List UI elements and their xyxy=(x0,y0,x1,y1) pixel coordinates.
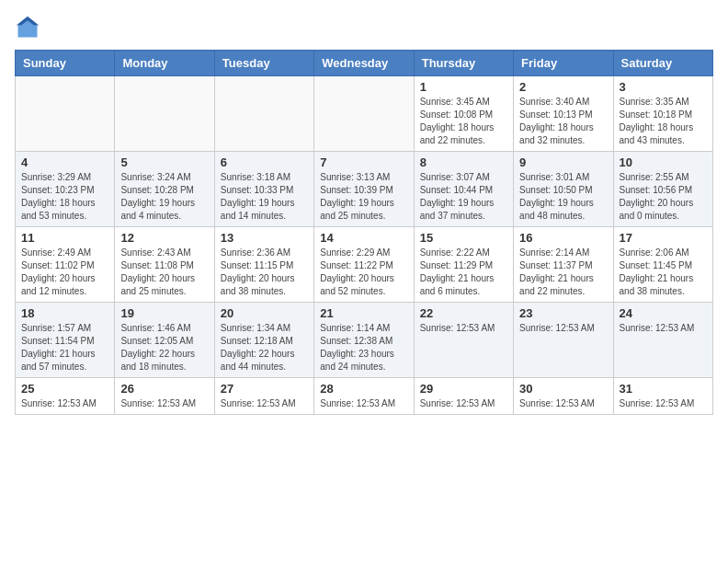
calendar-day-cell: 6Sunrise: 3:18 AM Sunset: 10:33 PM Dayli… xyxy=(214,152,313,227)
calendar-day-cell: 21Sunrise: 1:14 AM Sunset: 12:38 AM Dayl… xyxy=(314,303,414,378)
page-header xyxy=(15,15,713,40)
calendar-day-cell: 27Sunrise: 12:53 AM xyxy=(214,378,313,415)
day-info: Sunrise: 2:14 AM Sunset: 11:37 PM Daylig… xyxy=(519,247,607,298)
calendar-header-row: SundayMondayTuesdayWednesdayThursdayFrid… xyxy=(16,51,713,76)
day-number: 19 xyxy=(120,306,208,320)
day-number: 10 xyxy=(620,155,707,169)
weekday-header-thursday: Thursday xyxy=(414,51,513,76)
day-number: 11 xyxy=(21,231,108,245)
calendar-day-cell xyxy=(214,76,313,152)
calendar-week-row: 11Sunrise: 2:49 AM Sunset: 11:02 PM Dayl… xyxy=(16,227,713,303)
calendar-day-cell: 3Sunrise: 3:35 AM Sunset: 10:18 PM Dayli… xyxy=(613,76,712,152)
day-number: 18 xyxy=(21,306,108,320)
day-info: Sunrise: 12:53 AM xyxy=(21,397,108,410)
day-number: 16 xyxy=(519,231,607,245)
day-number: 14 xyxy=(320,231,407,245)
calendar-day-cell: 25Sunrise: 12:53 AM xyxy=(16,378,115,415)
day-info: Sunrise: 2:43 AM Sunset: 11:08 PM Daylig… xyxy=(120,247,208,298)
calendar-day-cell: 14Sunrise: 2:29 AM Sunset: 11:22 PM Dayl… xyxy=(314,227,414,303)
weekday-header-wednesday: Wednesday xyxy=(314,51,414,76)
calendar-day-cell: 1Sunrise: 3:45 AM Sunset: 10:08 PM Dayli… xyxy=(414,76,513,152)
day-info: Sunrise: 2:55 AM Sunset: 10:56 PM Daylig… xyxy=(620,171,707,223)
weekday-header-tuesday: Tuesday xyxy=(214,51,313,76)
day-number: 22 xyxy=(420,306,507,320)
day-info: Sunrise: 1:34 AM Sunset: 12:18 AM Daylig… xyxy=(221,322,308,373)
svg-marker-0 xyxy=(18,18,38,38)
day-info: Sunrise: 2:49 AM Sunset: 11:02 PM Daylig… xyxy=(21,247,108,298)
day-number: 3 xyxy=(620,80,707,94)
calendar-week-row: 25Sunrise: 12:53 AM26Sunrise: 12:53 AM27… xyxy=(16,378,713,415)
day-number: 21 xyxy=(320,306,407,320)
day-info: Sunrise: 12:53 AM xyxy=(120,397,208,410)
day-number: 13 xyxy=(221,231,308,245)
calendar-day-cell: 2Sunrise: 3:40 AM Sunset: 10:13 PM Dayli… xyxy=(514,76,613,152)
day-info: Sunrise: 1:14 AM Sunset: 12:38 AM Daylig… xyxy=(320,322,407,373)
calendar-day-cell: 16Sunrise: 2:14 AM Sunset: 11:37 PM Dayl… xyxy=(514,227,613,303)
day-info: Sunrise: 12:53 AM xyxy=(519,397,607,410)
calendar-day-cell: 13Sunrise: 2:36 AM Sunset: 11:15 PM Dayl… xyxy=(214,227,313,303)
calendar-day-cell xyxy=(16,76,115,152)
day-info: Sunrise: 3:13 AM Sunset: 10:39 PM Daylig… xyxy=(320,171,407,223)
weekday-header-sunday: Sunday xyxy=(16,51,115,76)
day-info: Sunrise: 3:29 AM Sunset: 10:23 PM Daylig… xyxy=(21,171,108,223)
day-number: 20 xyxy=(221,306,308,320)
day-number: 15 xyxy=(420,231,507,245)
calendar-day-cell: 22Sunrise: 12:53 AM xyxy=(414,303,513,378)
day-info: Sunrise: 12:53 AM xyxy=(221,397,308,410)
day-number: 27 xyxy=(221,382,308,396)
calendar-day-cell: 19Sunrise: 1:46 AM Sunset: 12:05 AM Dayl… xyxy=(115,303,214,378)
weekday-header-monday: Monday xyxy=(115,51,214,76)
day-number: 23 xyxy=(519,306,607,320)
day-number: 4 xyxy=(21,155,108,169)
day-info: Sunrise: 3:18 AM Sunset: 10:33 PM Daylig… xyxy=(221,171,308,223)
calendar-day-cell: 10Sunrise: 2:55 AM Sunset: 10:56 PM Dayl… xyxy=(613,152,712,227)
day-number: 7 xyxy=(320,155,407,169)
day-info: Sunrise: 12:53 AM xyxy=(420,397,507,410)
day-number: 8 xyxy=(420,155,507,169)
calendar-week-row: 1Sunrise: 3:45 AM Sunset: 10:08 PM Dayli… xyxy=(16,76,713,152)
day-number: 17 xyxy=(620,231,707,245)
calendar-day-cell: 26Sunrise: 12:53 AM xyxy=(115,378,214,415)
calendar-day-cell xyxy=(115,76,214,152)
day-info: Sunrise: 1:46 AM Sunset: 12:05 AM Daylig… xyxy=(120,322,208,373)
day-number: 9 xyxy=(519,155,607,169)
calendar-week-row: 18Sunrise: 1:57 AM Sunset: 11:54 PM Dayl… xyxy=(16,303,713,378)
day-number: 24 xyxy=(620,306,707,320)
calendar-day-cell: 18Sunrise: 1:57 AM Sunset: 11:54 PM Dayl… xyxy=(16,303,115,378)
day-info: Sunrise: 2:22 AM Sunset: 11:29 PM Daylig… xyxy=(420,247,507,298)
day-info: Sunrise: 12:53 AM xyxy=(620,397,707,410)
day-number: 31 xyxy=(620,382,707,396)
calendar-day-cell: 15Sunrise: 2:22 AM Sunset: 11:29 PM Dayl… xyxy=(414,227,513,303)
calendar-day-cell: 12Sunrise: 2:43 AM Sunset: 11:08 PM Dayl… xyxy=(115,227,214,303)
day-number: 25 xyxy=(21,382,108,396)
logo xyxy=(15,15,44,40)
day-info: Sunrise: 3:07 AM Sunset: 10:44 PM Daylig… xyxy=(420,171,507,223)
day-info: Sunrise: 3:40 AM Sunset: 10:13 PM Daylig… xyxy=(519,96,607,147)
day-number: 2 xyxy=(519,80,607,94)
weekday-header-friday: Friday xyxy=(514,51,613,76)
calendar-day-cell: 20Sunrise: 1:34 AM Sunset: 12:18 AM Dayl… xyxy=(214,303,313,378)
calendar-day-cell: 30Sunrise: 12:53 AM xyxy=(514,378,613,415)
day-info: Sunrise: 3:24 AM Sunset: 10:28 PM Daylig… xyxy=(120,171,208,223)
calendar-table: SundayMondayTuesdayWednesdayThursdayFrid… xyxy=(15,50,713,415)
calendar-day-cell: 5Sunrise: 3:24 AM Sunset: 10:28 PM Dayli… xyxy=(115,152,214,227)
day-info: Sunrise: 2:36 AM Sunset: 11:15 PM Daylig… xyxy=(221,247,308,298)
day-number: 26 xyxy=(120,382,208,396)
day-info: Sunrise: 3:45 AM Sunset: 10:08 PM Daylig… xyxy=(420,96,507,147)
calendar-day-cell: 23Sunrise: 12:53 AM xyxy=(514,303,613,378)
weekday-header-saturday: Saturday xyxy=(613,51,712,76)
calendar-day-cell: 7Sunrise: 3:13 AM Sunset: 10:39 PM Dayli… xyxy=(314,152,414,227)
calendar-day-cell: 9Sunrise: 3:01 AM Sunset: 10:50 PM Dayli… xyxy=(514,152,613,227)
day-info: Sunrise: 3:01 AM Sunset: 10:50 PM Daylig… xyxy=(519,171,607,223)
day-info: Sunrise: 12:53 AM xyxy=(519,322,607,335)
calendar-day-cell: 17Sunrise: 2:06 AM Sunset: 11:45 PM Dayl… xyxy=(613,227,712,303)
day-info: Sunrise: 1:57 AM Sunset: 11:54 PM Daylig… xyxy=(21,322,108,373)
calendar-day-cell: 24Sunrise: 12:53 AM xyxy=(613,303,712,378)
day-info: Sunrise: 12:53 AM xyxy=(320,397,407,410)
day-info: Sunrise: 12:53 AM xyxy=(420,322,507,335)
day-number: 5 xyxy=(120,155,208,169)
calendar-day-cell: 28Sunrise: 12:53 AM xyxy=(314,378,414,415)
day-info: Sunrise: 3:35 AM Sunset: 10:18 PM Daylig… xyxy=(620,96,707,147)
day-number: 28 xyxy=(320,382,407,396)
logo-icon xyxy=(15,15,40,40)
